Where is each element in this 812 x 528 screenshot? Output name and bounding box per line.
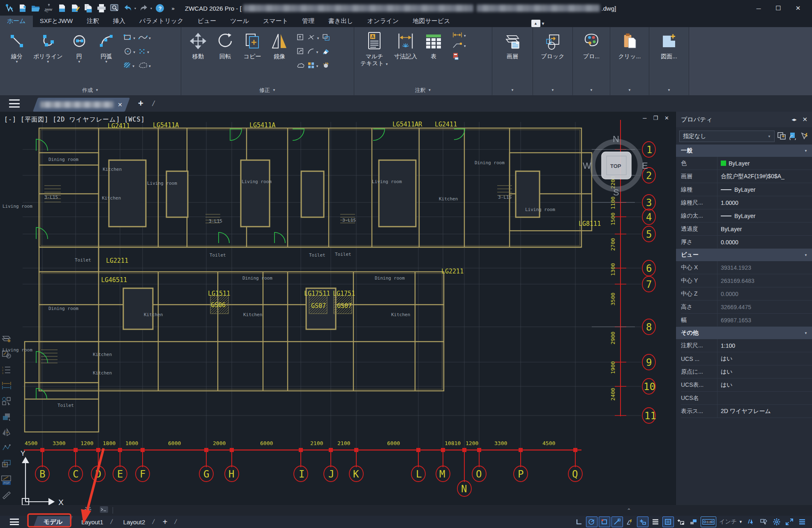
new-layout-button[interactable]: + (163, 517, 168, 527)
dimension-button[interactable]: 寸法記入 (391, 30, 420, 61)
snap-mode-toggle[interactable] (637, 517, 648, 527)
center-circle-icon[interactable] (124, 48, 132, 57)
section-view[interactable]: ビュー▼ (676, 249, 812, 261)
edit-time-icon[interactable] (1, 349, 12, 360)
settings-gear-icon[interactable] (771, 517, 782, 527)
array-icon[interactable] (307, 62, 315, 71)
selection-cycling-icon[interactable] (758, 517, 770, 527)
document-close-icon[interactable]: ✕ (118, 101, 122, 108)
prop-row-ucs-icon-on[interactable]: UCS ...はい (681, 352, 812, 365)
undo-button[interactable] (122, 3, 133, 14)
polyline-button[interactable]: ポリライン▼ (30, 30, 66, 64)
group-footer-modify[interactable]: 修正▼ (181, 85, 354, 95)
drawing-utilities-button[interactable]: 図面... (655, 30, 683, 61)
move-button[interactable]: 移動 (185, 30, 212, 61)
window-box-icon[interactable] (1, 458, 12, 469)
prop-row-thickness[interactable]: 厚さ 0.0000 (681, 236, 812, 249)
document-tab[interactable]: ✕ (33, 98, 130, 112)
viewport-controls[interactable]: [-] [平面図] [2D ワイヤフレーム] [WCS] (4, 116, 145, 124)
maximize-button[interactable]: ☐ (770, 2, 787, 14)
select-objects-button[interactable] (789, 132, 798, 141)
status-overflow-menu-icon[interactable] (796, 517, 808, 527)
prop-row-linetype-scale[interactable]: 線種尺... 1.0000 (681, 196, 812, 209)
prop-row-ucs-at-origin[interactable]: 原点に...はい (681, 365, 812, 379)
ortho-toggle[interactable] (573, 517, 585, 527)
tab-annotate[interactable]: 注釈 (80, 16, 106, 27)
annotation-scale-button[interactable]: 0.0 (701, 517, 716, 527)
group-icon[interactable] (1, 411, 12, 422)
group-footer-annotate[interactable]: 注釈▼ (354, 85, 492, 95)
clipboard-button[interactable]: クリッ... (616, 30, 644, 61)
dim-compare-icon[interactable] (1, 380, 12, 391)
toggle-pickadd-button[interactable] (800, 132, 809, 141)
circle-button[interactable]: 円▼ (66, 30, 93, 64)
explode-icon[interactable] (322, 62, 330, 71)
prop-row-layer[interactable]: 画層 合院户型A2F(19#)$0$A_ (681, 170, 812, 183)
help-button[interactable]: ? (155, 3, 165, 14)
measure-icon[interactable] (1, 489, 12, 500)
save-as-button[interactable] (70, 3, 81, 14)
view-cube-compass[interactable]: N W E S TOP (583, 134, 648, 197)
close-button[interactable]: ✕ (790, 2, 806, 14)
fillet-icon[interactable] (307, 48, 315, 56)
new-document-tab-button[interactable]: + (138, 98, 143, 109)
layout1-tab[interactable]: Layout1 (81, 519, 103, 526)
annotation-autoscale-toggle[interactable] (688, 517, 699, 527)
group-footer-clipboard[interactable]: ▼ (610, 85, 649, 95)
qat-expand-button[interactable]: » (168, 3, 178, 14)
print-button[interactable] (96, 3, 107, 14)
table-button[interactable]: 表 (420, 30, 447, 61)
pgp-edit-icon[interactable]: PGP (1, 474, 12, 484)
mirror-tool-icon[interactable] (1, 427, 12, 438)
cloud-icon[interactable] (297, 62, 305, 70)
vertex-edit-icon[interactable] (1, 443, 12, 453)
tab-tools[interactable]: ツール (223, 16, 256, 27)
polar-tracking-toggle[interactable] (586, 517, 597, 527)
hatch-icon[interactable] (124, 62, 131, 70)
rotate-button[interactable]: 回転 (212, 30, 239, 61)
mirror-button[interactable]: 鏡像 (266, 30, 293, 61)
selection-filter-dropdown[interactable]: 指定なし▼ (679, 131, 775, 142)
layer-states-icon[interactable] (1, 333, 12, 344)
annotation-monitor-icon[interactable] (745, 517, 757, 527)
mtext-button[interactable]: A マルチテキスト▼ (358, 30, 391, 69)
section-general[interactable]: 一般▼ (676, 145, 812, 157)
tab-insert[interactable]: 挿入 (106, 16, 132, 27)
transparency-toggle[interactable] (662, 517, 674, 527)
tab-map-service[interactable]: 地図サービス (406, 16, 457, 27)
quick-select-button[interactable] (777, 132, 786, 141)
viewport-close-icon[interactable]: ✕ (664, 115, 669, 121)
save-button[interactable] (57, 3, 67, 14)
tab-view[interactable]: ビュー (191, 16, 224, 27)
object-snap-tracking-toggle[interactable] (611, 517, 623, 527)
panel-close-icon[interactable]: ✕ (802, 116, 807, 123)
model-tab[interactable]: モデル (33, 516, 73, 528)
arc-button[interactable]: 円弧▼ (93, 30, 120, 64)
tab-manage[interactable]: 管理 (295, 16, 321, 27)
units-dropdown[interactable]: インチ▼ (717, 518, 744, 526)
scale-icon[interactable] (297, 48, 304, 57)
revision-cloud-icon[interactable] (138, 62, 148, 70)
redo-dropdown[interactable]: ▾ (150, 7, 152, 10)
linear-dim-icon[interactable] (452, 32, 462, 39)
open-folder-button[interactable] (30, 3, 41, 14)
ribbon-copy-button[interactable]: コピー (239, 30, 266, 61)
group-footer-layer[interactable]: ▼ (492, 85, 533, 95)
dynamic-input-toggle[interactable] (624, 517, 636, 527)
plot-preview-button[interactable] (109, 3, 120, 14)
prop-row-color[interactable]: 色 ByLayer (681, 157, 812, 170)
numbered-list-icon[interactable]: 123 (1, 365, 12, 375)
command-bar[interactable]: ⌃ (0, 505, 812, 516)
copy-button[interactable] (83, 3, 94, 14)
block-button[interactable]: ブロック (538, 30, 567, 61)
ribbon-collapse-up-button[interactable]: ▲ (531, 20, 540, 27)
table-cell-icon[interactable] (452, 53, 459, 62)
jww-import-button[interactable]: JWW (44, 3, 54, 14)
drawing-canvas[interactable]: [-] [平面図] [2D ワイヤフレーム] [WCS] ─ ❐ ✕ (0, 112, 676, 505)
lineweight-display-toggle[interactable] (650, 517, 661, 527)
document-menu-icon[interactable] (9, 99, 20, 108)
command-settings-gear-icon[interactable] (84, 505, 92, 515)
layout2-tab[interactable]: Layout2 (123, 519, 145, 526)
annotation-visibility-toggle[interactable] (675, 517, 687, 527)
viewport-minimize-icon[interactable]: ─ (643, 115, 646, 121)
